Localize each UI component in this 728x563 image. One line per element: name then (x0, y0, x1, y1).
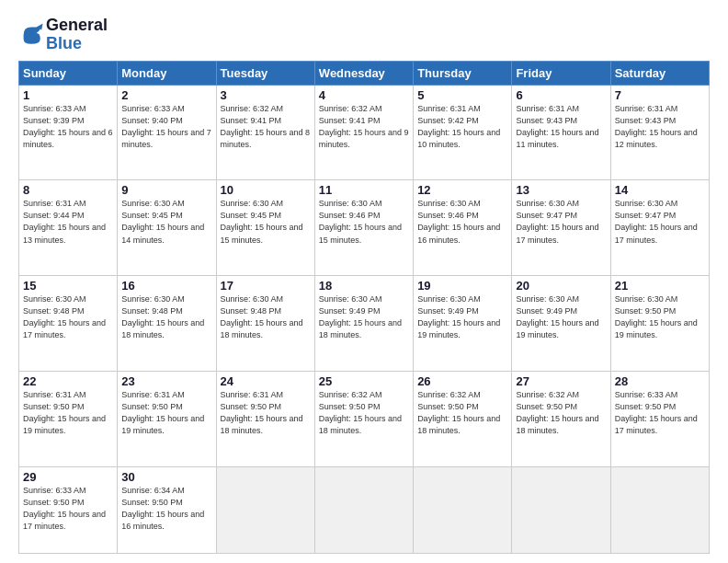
day-info: Sunrise: 6:31 AMSunset: 9:43 PMDaylight:… (516, 103, 606, 151)
day-info: Sunrise: 6:33 AMSunset: 9:39 PMDaylight:… (23, 103, 113, 151)
calendar-cell: 4Sunrise: 6:32 AMSunset: 9:41 PMDaylight… (314, 85, 413, 180)
day-number: 20 (516, 279, 606, 293)
day-info: Sunrise: 6:34 AMSunset: 9:50 PMDaylight:… (121, 485, 211, 533)
day-info: Sunrise: 6:30 AMSunset: 9:49 PMDaylight:… (417, 293, 507, 341)
day-number: 1 (23, 88, 113, 102)
day-number: 15 (23, 279, 113, 293)
day-info: Sunrise: 6:31 AMSunset: 9:50 PMDaylight:… (221, 389, 311, 437)
day-info: Sunrise: 6:32 AMSunset: 9:50 PMDaylight:… (319, 389, 409, 437)
calendar-cell: 21Sunrise: 6:30 AMSunset: 9:50 PMDayligh… (610, 276, 709, 372)
calendar-table: SundayMondayTuesdayWednesdayThursdayFrid… (18, 61, 710, 554)
day-number: 14 (615, 183, 705, 197)
calendar-cell: 20Sunrise: 6:30 AMSunset: 9:49 PMDayligh… (512, 276, 610, 372)
day-number: 25 (319, 374, 409, 388)
day-number: 13 (516, 183, 606, 197)
calendar-cell: 26Sunrise: 6:32 AMSunset: 9:50 PMDayligh… (414, 371, 512, 466)
col-header-tuesday: Tuesday (216, 61, 314, 85)
day-number: 19 (417, 279, 507, 293)
day-info: Sunrise: 6:32 AMSunset: 9:41 PMDaylight:… (319, 103, 409, 151)
day-info: Sunrise: 6:31 AMSunset: 9:44 PMDaylight:… (23, 198, 113, 246)
calendar-cell: 6Sunrise: 6:31 AMSunset: 9:43 PMDaylight… (512, 85, 610, 180)
day-number: 11 (319, 183, 409, 197)
day-number: 28 (615, 374, 705, 388)
day-info: Sunrise: 6:33 AMSunset: 9:40 PMDaylight:… (121, 103, 211, 151)
calendar-cell: 14Sunrise: 6:30 AMSunset: 9:47 PMDayligh… (610, 180, 709, 276)
day-info: Sunrise: 6:31 AMSunset: 9:50 PMDaylight:… (121, 389, 211, 437)
day-info: Sunrise: 6:30 AMSunset: 9:45 PMDaylight:… (221, 198, 311, 246)
day-info: Sunrise: 6:30 AMSunset: 9:45 PMDaylight:… (121, 198, 211, 246)
day-number: 4 (319, 88, 409, 102)
day-number: 12 (417, 183, 507, 197)
day-info: Sunrise: 6:30 AMSunset: 9:47 PMDaylight:… (615, 198, 705, 246)
day-info: Sunrise: 6:31 AMSunset: 9:43 PMDaylight:… (615, 103, 705, 151)
day-number: 16 (121, 279, 211, 293)
col-header-saturday: Saturday (610, 61, 709, 85)
calendar-cell (216, 466, 314, 553)
day-number: 21 (615, 279, 705, 293)
day-number: 27 (516, 374, 606, 388)
day-info: Sunrise: 6:30 AMSunset: 9:49 PMDaylight:… (516, 293, 606, 341)
day-number: 30 (121, 470, 211, 484)
calendar-cell: 16Sunrise: 6:30 AMSunset: 9:48 PMDayligh… (118, 276, 216, 372)
day-number: 18 (319, 279, 409, 293)
calendar-cell: 12Sunrise: 6:30 AMSunset: 9:46 PMDayligh… (414, 180, 512, 276)
day-number: 2 (121, 88, 211, 102)
calendar-cell: 2Sunrise: 6:33 AMSunset: 9:40 PMDaylight… (118, 85, 216, 180)
day-info: Sunrise: 6:30 AMSunset: 9:46 PMDaylight:… (319, 198, 409, 246)
day-info: Sunrise: 6:33 AMSunset: 9:50 PMDaylight:… (23, 485, 113, 533)
day-number: 7 (615, 88, 705, 102)
day-info: Sunrise: 6:30 AMSunset: 9:49 PMDaylight:… (319, 293, 409, 341)
day-number: 9 (121, 183, 211, 197)
logo-text: GeneralBlue (46, 17, 108, 53)
calendar-cell: 13Sunrise: 6:30 AMSunset: 9:47 PMDayligh… (512, 180, 610, 276)
col-header-monday: Monday (118, 61, 216, 85)
day-info: Sunrise: 6:31 AMSunset: 9:50 PMDaylight:… (23, 389, 113, 437)
day-number: 26 (417, 374, 507, 388)
calendar-cell: 8Sunrise: 6:31 AMSunset: 9:44 PMDaylight… (19, 180, 118, 276)
calendar-cell: 22Sunrise: 6:31 AMSunset: 9:50 PMDayligh… (19, 371, 118, 466)
calendar-cell: 25Sunrise: 6:32 AMSunset: 9:50 PMDayligh… (314, 371, 413, 466)
day-number: 10 (221, 183, 311, 197)
calendar-cell: 19Sunrise: 6:30 AMSunset: 9:49 PMDayligh… (414, 276, 512, 372)
calendar-cell (512, 466, 610, 553)
day-number: 17 (221, 279, 311, 293)
calendar-cell (414, 466, 512, 553)
logo-icon (18, 22, 44, 48)
calendar-cell: 24Sunrise: 6:31 AMSunset: 9:50 PMDayligh… (216, 371, 314, 466)
day-info: Sunrise: 6:33 AMSunset: 9:50 PMDaylight:… (615, 389, 705, 437)
calendar-cell: 3Sunrise: 6:32 AMSunset: 9:41 PMDaylight… (216, 85, 314, 180)
calendar-cell: 9Sunrise: 6:30 AMSunset: 9:45 PMDaylight… (118, 180, 216, 276)
day-info: Sunrise: 6:30 AMSunset: 9:50 PMDaylight:… (615, 293, 705, 341)
col-header-sunday: Sunday (19, 61, 118, 85)
calendar-cell: 10Sunrise: 6:30 AMSunset: 9:45 PMDayligh… (216, 180, 314, 276)
calendar-cell (314, 466, 413, 553)
day-number: 8 (23, 183, 113, 197)
day-number: 5 (417, 88, 507, 102)
calendar-cell: 1Sunrise: 6:33 AMSunset: 9:39 PMDaylight… (19, 85, 118, 180)
day-number: 23 (121, 374, 211, 388)
calendar-cell: 7Sunrise: 6:31 AMSunset: 9:43 PMDaylight… (610, 85, 709, 180)
day-info: Sunrise: 6:30 AMSunset: 9:48 PMDaylight:… (221, 293, 311, 341)
day-number: 29 (23, 470, 113, 484)
col-header-friday: Friday (512, 61, 610, 85)
calendar-cell: 17Sunrise: 6:30 AMSunset: 9:48 PMDayligh… (216, 276, 314, 372)
day-number: 6 (516, 88, 606, 102)
calendar-cell: 28Sunrise: 6:33 AMSunset: 9:50 PMDayligh… (610, 371, 709, 466)
day-info: Sunrise: 6:30 AMSunset: 9:48 PMDaylight:… (23, 293, 113, 341)
day-info: Sunrise: 6:32 AMSunset: 9:50 PMDaylight:… (417, 389, 507, 437)
calendar-cell: 27Sunrise: 6:32 AMSunset: 9:50 PMDayligh… (512, 371, 610, 466)
logo: GeneralBlue (18, 17, 108, 53)
col-header-thursday: Thursday (414, 61, 512, 85)
day-info: Sunrise: 6:32 AMSunset: 9:50 PMDaylight:… (516, 389, 606, 437)
day-number: 24 (221, 374, 311, 388)
calendar-cell: 18Sunrise: 6:30 AMSunset: 9:49 PMDayligh… (314, 276, 413, 372)
day-info: Sunrise: 6:30 AMSunset: 9:46 PMDaylight:… (417, 198, 507, 246)
day-info: Sunrise: 6:30 AMSunset: 9:47 PMDaylight:… (516, 198, 606, 246)
calendar-cell (610, 466, 709, 553)
calendar-cell: 15Sunrise: 6:30 AMSunset: 9:48 PMDayligh… (19, 276, 118, 372)
calendar-cell: 5Sunrise: 6:31 AMSunset: 9:42 PMDaylight… (414, 85, 512, 180)
col-header-wednesday: Wednesday (314, 61, 413, 85)
day-info: Sunrise: 6:31 AMSunset: 9:42 PMDaylight:… (417, 103, 507, 151)
calendar-cell: 29Sunrise: 6:33 AMSunset: 9:50 PMDayligh… (19, 466, 118, 553)
calendar-cell: 11Sunrise: 6:30 AMSunset: 9:46 PMDayligh… (314, 180, 413, 276)
